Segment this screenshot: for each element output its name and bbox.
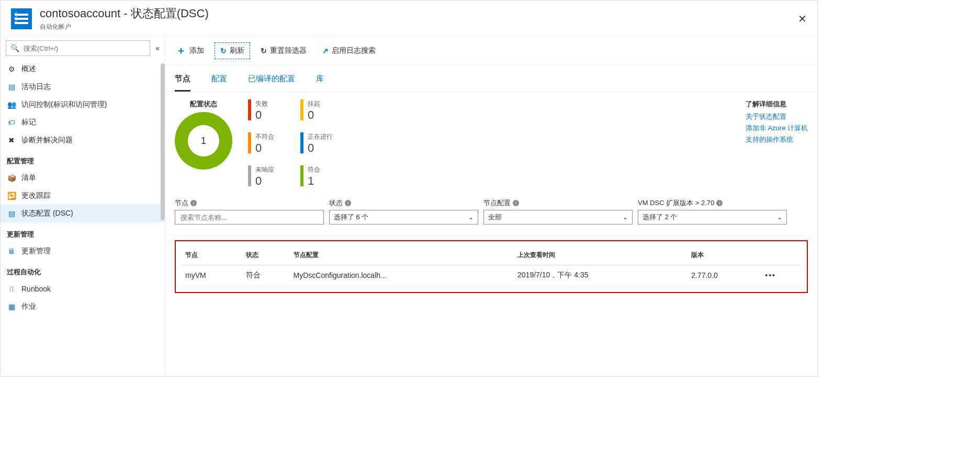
refresh-icon: ↻ [220, 47, 227, 55]
sidebar-item-dsc[interactable]: ▤ 状态配置 (DSC) [1, 205, 165, 222]
cell-state: 符合 [243, 265, 290, 286]
filter-nodeconfig-select[interactable]: 全部 ⌄ [483, 210, 633, 224]
chevron-down-icon: ⌄ [777, 214, 782, 221]
link-about-dsc[interactable]: 关于状态配置 [746, 112, 808, 121]
collapse-sidebar-icon[interactable]: « [155, 44, 160, 52]
sidebar-item-label: 标记 [21, 118, 36, 127]
toolbar: ＋ 添加 ↻ 刷新 ↻ 重置筛选器 ↗ 启用日志搜索 [165, 36, 817, 65]
tab-compiled[interactable]: 已编译的配置 [248, 71, 295, 92]
row-actions-button[interactable]: ••• [762, 265, 801, 286]
access-control-icon: 👥 [7, 100, 16, 109]
diagnose-icon: ✖ [7, 136, 16, 145]
sidebar-item-label: Runbook [21, 285, 51, 293]
search-icon: 🔍 [10, 44, 19, 52]
filter-node-input[interactable] [175, 210, 324, 224]
th-node[interactable]: 节点 [182, 245, 243, 265]
enable-log-button[interactable]: ↗ 启用日志搜索 [317, 43, 381, 59]
stat-inprogress: 正在进行 0 [300, 132, 333, 155]
link-add-nonazure[interactable]: 添加非 Azure 计算机 [746, 124, 808, 133]
refresh-button[interactable]: ↻ 刷新 [215, 42, 250, 59]
toolbar-label: 添加 [189, 46, 204, 55]
overview-icon: ⚙ [7, 64, 16, 74]
stat-noresponse: 未响应 0 [248, 165, 274, 188]
reset-icon: ↻ [261, 47, 267, 55]
tabs: 节点 配置 已编译的配置 库 [165, 65, 817, 92]
sidebar-item-label: 作业 [21, 302, 36, 311]
sidebar-search[interactable]: 🔍 [6, 40, 150, 56]
sidebar-item-update[interactable]: 🖥 更新管理 [1, 242, 165, 260]
th-version[interactable]: 版本 [688, 245, 762, 265]
info-icon[interactable]: i [190, 200, 197, 206]
filter-nodeconfig-label: 节点配置 i [483, 198, 633, 208]
inventory-icon: 📦 [7, 173, 16, 183]
sidebar-item-inventory[interactable]: 📦 清单 [1, 169, 165, 187]
filter-node-label: 节点 i [175, 198, 324, 208]
filter-state-select[interactable]: 选择了 6 个 ⌄ [329, 210, 478, 224]
sidebar-item-diagnose[interactable]: ✖ 诊断并解决问题 [1, 131, 165, 149]
tab-nodes[interactable]: 节点 [175, 71, 190, 92]
tab-config[interactable]: 配置 [211, 71, 227, 92]
runbook-icon: ⎍ [7, 284, 16, 294]
sidebar-item-label: 访问控制(标识和访问管理) [21, 100, 107, 109]
sidebar-item-label: 活动日志 [21, 82, 51, 92]
table-row[interactable]: myVM 符合 MyDscConfiguration.localh... 201… [182, 265, 801, 286]
donut-chart: 1 [175, 112, 232, 170]
th-state[interactable]: 状态 [243, 245, 290, 265]
sidebar-item-tags[interactable]: 🏷 标记 [1, 114, 165, 131]
filter-state-label: 状态 i [329, 198, 478, 208]
change-tracking-icon: 🔁 [7, 191, 16, 200]
sidebar-item-overview[interactable]: ⚙ 概述 [1, 60, 165, 78]
stat-failed: 失败 0 [248, 99, 274, 122]
search-input[interactable] [22, 44, 145, 53]
sidebar-item-runbook[interactable]: ⎍ Runbook [1, 280, 165, 298]
node-search-input[interactable] [179, 213, 319, 222]
th-config[interactable]: 节点配置 [290, 245, 515, 265]
nodes-table: 节点 状态 节点配置 上次查看时间 版本 myVM 符合 [182, 245, 801, 286]
filter-vmdsc-select[interactable]: 选择了 2 个 ⌄ [638, 210, 787, 224]
sidebar-item-change-tracking[interactable]: 🔁 更改跟踪 [1, 187, 165, 205]
dsc-icon [11, 8, 32, 29]
sidebar-item-activity[interactable]: ▤ 活动日志 [1, 78, 165, 96]
sidebar: 🔍 « ⚙ 概述 ▤ 活动日志 👥 访问控制(标识和访问管理) [1, 36, 165, 376]
page-title: contosoaccount - 状态配置(DSC) [40, 6, 209, 21]
sidebar-item-label: 清单 [21, 173, 36, 183]
filters: 节点 i 状态 i 选择了 6 个 [175, 198, 808, 224]
sidebar-section-config: 配置管理 [1, 149, 165, 169]
sidebar-section-update: 更新管理 [1, 222, 165, 242]
sidebar-scrollbar[interactable] [161, 63, 165, 220]
filter-vmdsc-label: VM DSC 扩展版本 > 2.70 i [638, 198, 787, 208]
external-link-icon: ↗ [322, 47, 329, 55]
info-icon[interactable]: i [716, 200, 723, 206]
learn-more: 了解详细信息 关于状态配置 添加非 Azure 计算机 支持的操作系统 [746, 99, 808, 147]
stat-compliant: 符合 1 [300, 165, 333, 188]
sidebar-item-label: 概述 [21, 64, 36, 74]
sidebar-item-label: 诊断并解决问题 [21, 136, 73, 145]
learn-more-title: 了解详细信息 [746, 99, 808, 109]
tab-library[interactable]: 库 [316, 71, 324, 92]
close-button[interactable]: ✕ [798, 13, 807, 25]
donut-value: 1 [201, 136, 206, 147]
update-icon: 🖥 [7, 246, 16, 256]
sidebar-section-automation: 过程自动化 [1, 260, 165, 280]
sidebar-item-access[interactable]: 👥 访问控制(标识和访问管理) [1, 96, 165, 114]
main-content: ＋ 添加 ↻ 刷新 ↻ 重置筛选器 ↗ 启用日志搜索 节点 [165, 36, 817, 376]
info-icon[interactable]: i [345, 200, 351, 206]
page-subtitle: 自动化帐户 [40, 23, 209, 31]
cell-node: myVM [182, 265, 243, 286]
status-summary: 配置状态 1 失败 0 [175, 99, 808, 188]
jobs-icon: ▦ [7, 302, 16, 311]
add-button[interactable]: ＋ 添加 [171, 40, 209, 61]
tag-icon: 🏷 [7, 118, 16, 127]
chevron-down-icon: ⌄ [468, 214, 474, 221]
reset-filter-button[interactable]: ↻ 重置筛选器 [255, 43, 312, 59]
plus-icon: ＋ [176, 43, 186, 58]
th-lastseen[interactable]: 上次查看时间 [514, 245, 688, 265]
info-icon[interactable]: i [513, 200, 519, 206]
cell-lastseen: 2019/7/10，下午 4:35 [514, 265, 688, 286]
stat-pending: 挂起 0 [300, 99, 333, 122]
sidebar-item-label: 更改跟踪 [21, 191, 51, 200]
link-supported-os[interactable]: 支持的操作系统 [746, 135, 808, 144]
sidebar-item-jobs[interactable]: ▦ 作业 [1, 298, 165, 316]
blade-header: contosoaccount - 状态配置(DSC) 自动化帐户 ✕ [1, 1, 817, 36]
activity-log-icon: ▤ [7, 82, 16, 92]
